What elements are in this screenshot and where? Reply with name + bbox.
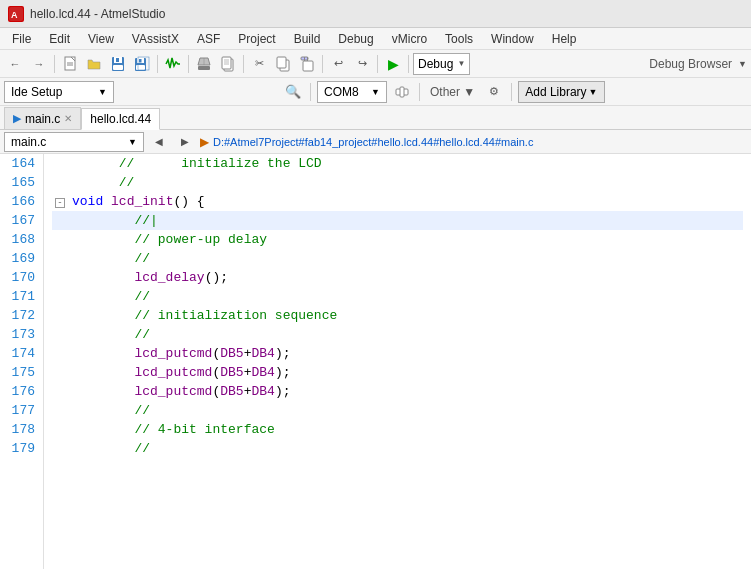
code-text-166: void lcd_init() { [72, 192, 205, 211]
menu-edit[interactable]: Edit [41, 30, 78, 48]
code-text-167: //| [72, 211, 158, 230]
toolbar-separator-2 [157, 55, 158, 73]
nav-next-button[interactable]: ▶ [174, 131, 196, 153]
ide-setup-arrow: ▼ [98, 87, 107, 97]
tab-hello-lcd[interactable]: hello.lcd.44 [81, 108, 160, 130]
toolbar-separator-1 [54, 55, 55, 73]
open-file-button[interactable] [83, 53, 105, 75]
tab-main-c-label: main.c [25, 112, 60, 126]
paste-button[interactable] [296, 53, 318, 75]
menu-vassistx[interactable]: VAssistX [124, 30, 187, 48]
code-line-176: lcd_putcmd(DB5+DB4); [52, 382, 743, 401]
menu-help[interactable]: Help [544, 30, 585, 48]
file-nav-dropdown[interactable]: main.c ▼ [4, 132, 144, 152]
file-nav-label: main.c [11, 135, 46, 149]
code-text-174: lcd_putcmd(DB5+DB4); [72, 344, 290, 363]
cut-button[interactable]: ✂ [248, 53, 270, 75]
nav-path: D:#Atmel7Project#fab14_project#hello.lcd… [213, 136, 533, 148]
title-bar: A hello.lcd.44 - AtmelStudio [0, 0, 751, 28]
com-port-arrow: ▼ [371, 87, 380, 97]
code-line-172: // initialization sequence [52, 306, 743, 325]
forward-button[interactable]: → [28, 53, 50, 75]
clipboard-button[interactable] [217, 53, 239, 75]
code-text-175: lcd_putcmd(DB5+DB4); [72, 363, 290, 382]
build-button[interactable] [193, 53, 215, 75]
wave-button[interactable] [162, 53, 184, 75]
code-text-177: // [72, 401, 150, 420]
svg-rect-18 [222, 57, 231, 69]
com-port-dropdown[interactable]: COM8 ▼ [317, 81, 387, 103]
debug-config-arrow: ▼ [457, 59, 465, 68]
code-text-173: // [72, 325, 150, 344]
code-line-177: // [52, 401, 743, 420]
menu-file[interactable]: File [4, 30, 39, 48]
tab-main-c-nav: ▶ [13, 112, 21, 125]
search-button[interactable]: 🔍 [282, 81, 304, 103]
tab-hello-lcd-label: hello.lcd.44 [90, 112, 151, 126]
menu-debug[interactable]: Debug [330, 30, 381, 48]
connect-button[interactable] [391, 81, 413, 103]
toolbar2-sep-3 [511, 83, 512, 101]
toolbar2-sep-2 [419, 83, 420, 101]
debug-config-dropdown[interactable]: Debug ▼ [413, 53, 470, 75]
debug-config-label: Debug [418, 57, 453, 71]
add-library-label: Add Library [525, 85, 586, 99]
other-dropdown[interactable]: Other ▼ [426, 81, 479, 103]
menu-asf[interactable]: ASF [189, 30, 228, 48]
code-text-179: // [72, 439, 150, 458]
menu-project[interactable]: Project [230, 30, 283, 48]
nav-prev-button[interactable]: ◀ [148, 131, 170, 153]
toolbar-separator-4 [243, 55, 244, 73]
app-icon: A [8, 6, 24, 22]
redo-button[interactable]: ↪ [351, 53, 373, 75]
code-text-171: // [72, 287, 150, 306]
svg-rect-24 [303, 61, 313, 71]
code-line-178: // 4-bit interface [52, 420, 743, 439]
toolbar2-sep-1 [310, 83, 311, 101]
code-content[interactable]: // initialize the LCD // - void lcd_init… [44, 154, 751, 569]
ide-setup-dropdown[interactable]: Ide Setup ▼ [4, 81, 114, 103]
code-text-169: // [72, 249, 150, 268]
nav-bar: main.c ▼ ◀ ▶ ▶ D:#Atmel7Project#fab14_pr… [0, 130, 751, 154]
code-text-164: // initialize the LCD [72, 154, 322, 173]
start-debug-button[interactable]: ▶ [382, 53, 404, 75]
menu-view[interactable]: View [80, 30, 122, 48]
code-line-166: - void lcd_init() { [52, 192, 743, 211]
toolbar-separator-6 [377, 55, 378, 73]
code-line-169: // [52, 249, 743, 268]
collapse-166[interactable]: - [55, 198, 65, 208]
menu-tools[interactable]: Tools [437, 30, 481, 48]
svg-text:A: A [11, 10, 18, 20]
tab-bar: ▶ main.c ✕ hello.lcd.44 [0, 106, 751, 130]
code-line-174: lcd_putcmd(DB5+DB4); [52, 344, 743, 363]
save-button[interactable] [107, 53, 129, 75]
code-text-178: // 4-bit interface [72, 420, 275, 439]
menu-vmicro[interactable]: vMicro [384, 30, 435, 48]
svg-rect-23 [277, 57, 286, 68]
menu-window[interactable]: Window [483, 30, 542, 48]
ide-setup-label: Ide Setup [11, 85, 62, 99]
secondary-toolbar: Ide Setup ▼ 🔍 COM8 ▼ Other ▼ ⚙ Add Libra… [0, 78, 751, 106]
gear-button[interactable]: ⚙ [483, 81, 505, 103]
tab-main-c-close[interactable]: ✕ [64, 113, 72, 124]
code-area: 164 165 166 167 168 169 170 171 172 173 … [0, 154, 751, 569]
window-title: hello.lcd.44 - AtmelStudio [30, 7, 165, 21]
save-all-button[interactable] [131, 53, 153, 75]
code-text-176: lcd_putcmd(DB5+DB4); [72, 382, 290, 401]
code-text-170: lcd_delay(); [72, 268, 228, 287]
undo-button[interactable]: ↩ [327, 53, 349, 75]
line-numbers: 164 165 166 167 168 169 170 171 172 173 … [0, 154, 44, 569]
other-label: Other ▼ [430, 85, 475, 99]
back-button[interactable]: ← [4, 53, 26, 75]
main-toolbar: ← → ✂ ↩ ↪ ▶ Debug ▼ Debug Browser ▼ [0, 50, 751, 78]
code-line-170: lcd_delay(); [52, 268, 743, 287]
new-file-button[interactable] [59, 53, 81, 75]
copy-button[interactable] [272, 53, 294, 75]
svg-rect-12 [136, 65, 145, 70]
menu-build[interactable]: Build [286, 30, 329, 48]
file-nav-arrow: ▼ [128, 137, 137, 147]
code-line-165: // [52, 173, 743, 192]
add-library-button[interactable]: Add Library ▼ [518, 81, 604, 103]
tab-main-c[interactable]: ▶ main.c ✕ [4, 107, 81, 129]
code-editor: 164 165 166 167 168 169 170 171 172 173 … [0, 154, 751, 569]
